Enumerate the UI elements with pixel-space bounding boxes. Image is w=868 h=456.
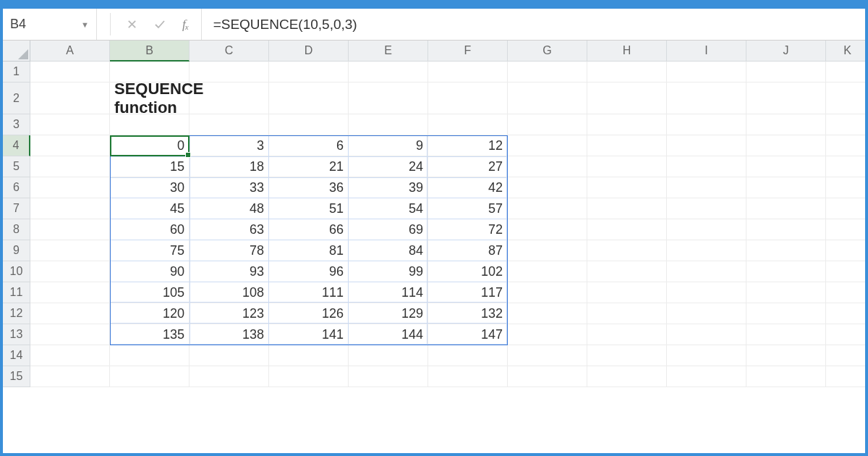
cell-E13[interactable]: 144 [349,324,428,345]
cell-G7[interactable] [508,198,587,219]
cell-D9[interactable]: 81 [269,240,349,261]
cell-H13[interactable] [587,324,667,345]
cell-C6[interactable]: 33 [190,177,269,198]
cell-B8[interactable]: 60 [110,219,190,240]
cell-D15[interactable] [269,366,349,387]
cell-J1[interactable] [746,62,826,83]
cell-K3[interactable] [826,114,865,135]
cell-H14[interactable] [587,345,667,366]
cell-I4[interactable] [667,135,746,156]
cell-C7[interactable]: 48 [190,198,269,219]
cell-I6[interactable] [667,177,746,198]
row-header-8[interactable]: 8 [3,219,30,240]
cell-B2[interactable]: SEQUENCE function [110,83,190,114]
row-header-4[interactable]: 4 [3,135,30,156]
cell-J9[interactable] [746,240,826,261]
cell-G4[interactable] [508,135,587,156]
cell-I10[interactable] [667,261,746,282]
row-header-5[interactable]: 5 [3,156,30,177]
cell-J15[interactable] [746,366,826,387]
cell-G11[interactable] [508,282,587,303]
cell-H10[interactable] [587,261,667,282]
cell-H8[interactable] [587,219,667,240]
cell-F1[interactable] [428,62,508,83]
cell-E15[interactable] [349,366,428,387]
cell-D11[interactable]: 111 [269,282,349,303]
cell-C5[interactable]: 18 [190,156,269,177]
column-header-A[interactable]: A [30,41,110,62]
cell-B13[interactable]: 135 [110,324,190,345]
cell-D10[interactable]: 96 [269,261,349,282]
cell-G14[interactable] [508,345,587,366]
cell-H2[interactable] [587,83,667,114]
cell-J12[interactable] [746,303,826,324]
column-header-H[interactable]: H [587,41,667,62]
cell-I15[interactable] [667,366,746,387]
cell-D5[interactable]: 21 [269,156,349,177]
worksheet[interactable]: ABCDEFGHIJK12SEQUENCE function3403691251… [3,41,865,453]
row-header-11[interactable]: 11 [3,282,30,303]
cell-B9[interactable]: 75 [110,240,190,261]
cell-G13[interactable] [508,324,587,345]
cell-F12[interactable]: 132 [428,303,508,324]
cell-I9[interactable] [667,240,746,261]
cell-A10[interactable] [30,261,110,282]
cell-J13[interactable] [746,324,826,345]
cell-G9[interactable] [508,240,587,261]
cell-H4[interactable] [587,135,667,156]
cell-K4[interactable] [826,135,865,156]
cell-K5[interactable] [826,156,865,177]
column-header-F[interactable]: F [428,41,508,62]
cell-J4[interactable] [746,135,826,156]
cell-I7[interactable] [667,198,746,219]
cell-C15[interactable] [190,366,269,387]
cell-D2[interactable] [269,83,349,114]
cell-A1[interactable] [30,62,110,83]
cell-F13[interactable]: 147 [428,324,508,345]
cell-J10[interactable] [746,261,826,282]
column-header-E[interactable]: E [349,41,428,62]
row-header-9[interactable]: 9 [3,240,30,261]
cell-G3[interactable] [508,114,587,135]
cell-F10[interactable]: 102 [428,261,508,282]
select-all-corner[interactable] [3,41,30,62]
cell-J2[interactable] [746,83,826,114]
cell-A3[interactable] [30,114,110,135]
cell-H6[interactable] [587,177,667,198]
cell-A8[interactable] [30,219,110,240]
cell-C10[interactable]: 93 [190,261,269,282]
cell-H12[interactable] [587,303,667,324]
cell-D7[interactable]: 51 [269,198,349,219]
cell-E6[interactable]: 39 [349,177,428,198]
row-header-10[interactable]: 10 [3,261,30,282]
cell-B7[interactable]: 45 [110,198,190,219]
cell-F2[interactable] [428,83,508,114]
cell-J11[interactable] [746,282,826,303]
cell-C4[interactable]: 3 [190,135,269,156]
cell-D8[interactable]: 66 [269,219,349,240]
cell-K8[interactable] [826,219,865,240]
cell-F8[interactable]: 72 [428,219,508,240]
cell-K13[interactable] [826,324,865,345]
cell-F4[interactable]: 12 [428,135,508,156]
cell-C13[interactable]: 138 [190,324,269,345]
cell-C8[interactable]: 63 [190,219,269,240]
column-header-J[interactable]: J [746,41,826,62]
row-header-3[interactable]: 3 [3,114,30,135]
cell-E7[interactable]: 54 [349,198,428,219]
cell-F14[interactable] [428,345,508,366]
row-header-12[interactable]: 12 [3,303,30,324]
formula-input[interactable]: =SEQUENCE(10,5,0,3) [202,9,865,40]
cell-C14[interactable] [190,345,269,366]
cell-E11[interactable]: 114 [349,282,428,303]
cell-E10[interactable]: 99 [349,261,428,282]
cell-K7[interactable] [826,198,865,219]
cell-C9[interactable]: 78 [190,240,269,261]
column-header-D[interactable]: D [269,41,349,62]
cell-H1[interactable] [587,62,667,83]
cell-A2[interactable] [30,83,110,114]
cell-E8[interactable]: 69 [349,219,428,240]
cell-E5[interactable]: 24 [349,156,428,177]
cell-I11[interactable] [667,282,746,303]
row-header-14[interactable]: 14 [3,345,30,366]
